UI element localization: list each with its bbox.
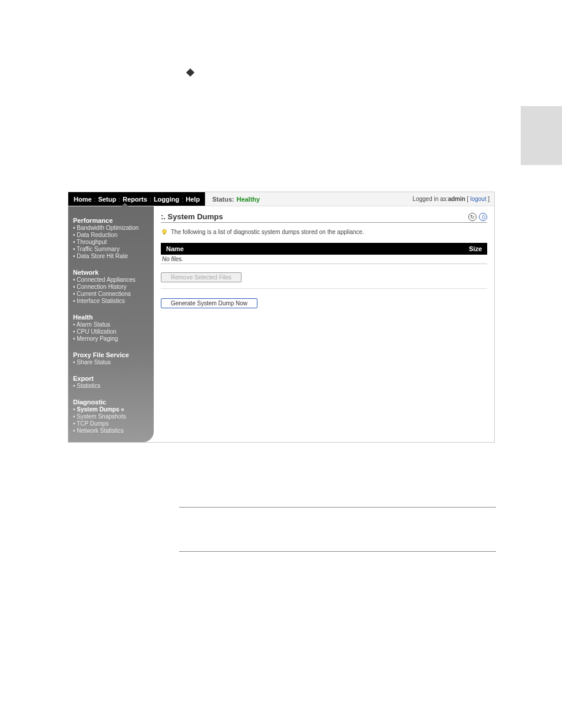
sidebar-item-system-dumps[interactable]: System Dumps [73,406,149,413]
bracket-close: ] [486,196,490,202]
status-value: Healthy [236,196,260,203]
col-name: Name [166,245,458,252]
sidebar: Performance Bandwidth Optimization Data … [68,206,154,442]
sidebar-section-diagnostic: Diagnostic [73,398,149,406]
sidebar-item-interface-statistics[interactable]: Interface Statistics [73,298,149,304]
divider-line [179,507,496,508]
sidebar-section-pfs: Proxy File Service [73,351,149,358]
svg-rect-1 [164,233,166,235]
nav-setup[interactable]: Setup [97,196,118,203]
sidebar-item-network-statistics[interactable]: Network Statistics [73,427,149,434]
table-header: Name Size [161,243,487,255]
sidebar-item-alarm-status[interactable]: Alarm Status [73,321,149,328]
sidebar-item-system-snapshots[interactable]: System Snapshots [73,413,149,420]
app-window: Home: Setup: Reports: Logging: Help Stat… [68,192,495,443]
decorative-block [521,106,562,165]
remove-selected-button: Remove Selected Files [161,272,242,282]
status-area: Status: Healthy [205,192,412,206]
sidebar-item-bandwidth[interactable]: Bandwidth Optimization [73,225,149,231]
info-row: The following is a list of diagnostic sy… [161,229,487,236]
sidebar-item-memory-paging[interactable]: Memory Paging [73,335,149,342]
login-area: Logged in as: admin [ logout ] [412,192,494,206]
svg-point-0 [163,229,167,233]
info-text: The following is a list of diagnostic sy… [171,229,364,235]
nav-reports[interactable]: Reports [121,196,149,203]
sidebar-section-network: Network [73,269,149,276]
sidebar-item-connection-history[interactable]: Connection History [73,284,149,290]
sidebar-item-statistics[interactable]: Statistics [73,383,149,389]
sidebar-item-cpu-utilization[interactable]: CPU Utilization [73,328,149,335]
nav-pointer-icon [121,203,128,206]
sidebar-item-tcp-dumps[interactable]: TCP Dumps [73,420,149,427]
generate-dump-button[interactable]: Generate System Dump Now [161,298,257,308]
sidebar-item-traffic-summary[interactable]: Traffic Summary [73,246,149,252]
sidebar-section-health: Health [73,314,149,321]
nav-home[interactable]: Home [72,196,94,203]
logout-link[interactable]: logout [470,196,486,202]
sidebar-section-export: Export [73,375,149,382]
bracket-open: [ [465,196,470,202]
divider-line [179,551,496,552]
sidebar-item-connected-appliances[interactable]: Connected Appliances [73,276,149,283]
main-content: :. System Dumps ↻ ⎙ The following is a l… [154,206,494,442]
login-user: admin [448,196,465,202]
col-size: Size [458,245,482,252]
table-empty-row: No files. [161,255,487,264]
main-nav: Home: Setup: Reports: Logging: Help [68,192,205,206]
status-label: Status: [212,196,234,203]
page-title: :. System Dumps [161,212,468,221]
sidebar-item-data-reduction[interactable]: Data Reduction [73,232,149,238]
nav-logging[interactable]: Logging [152,196,181,203]
sidebar-item-current-connections[interactable]: Current Connections [73,291,149,297]
diamond-bullet-icon [186,68,194,77]
lightbulb-icon [161,229,168,236]
sidebar-item-share-status[interactable]: Share Status [73,359,149,365]
refresh-icon[interactable]: ↻ [468,213,477,221]
sidebar-section-performance: Performance [73,217,149,224]
topbar: Home: Setup: Reports: Logging: Help Stat… [68,192,494,206]
sidebar-item-throughput[interactable]: Throughput [73,239,149,245]
nav-help[interactable]: Help [184,196,201,203]
login-prefix: Logged in as: [412,196,448,202]
sidebar-item-data-store-hit[interactable]: Data Store Hit Rate [73,253,149,259]
print-icon[interactable]: ⎙ [479,213,487,221]
